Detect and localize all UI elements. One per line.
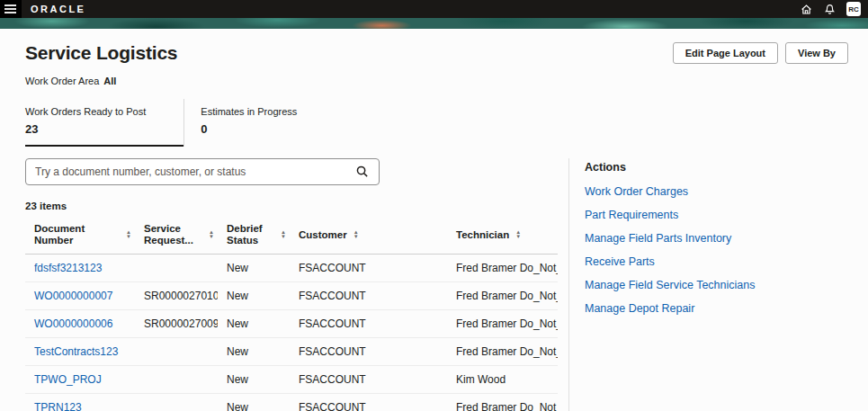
tab-value: 0 xyxy=(201,122,297,136)
column-header-technician[interactable]: Technician▲▼ xyxy=(447,223,558,246)
notifications-bell-icon[interactable] xyxy=(823,3,836,15)
cell-debrief_status: New xyxy=(218,317,290,330)
page-title: Service Logistics xyxy=(25,42,177,64)
action-link[interactable]: Manage Depot Repair xyxy=(585,302,755,315)
column-header-label: Service Request... xyxy=(144,223,202,246)
action-link[interactable]: Work Order Charges xyxy=(585,185,755,198)
cell-customer: FSACCOUNT xyxy=(290,290,447,302)
action-link[interactable]: Part Requirements xyxy=(585,209,755,221)
cell-customer: FSACCOUNT xyxy=(290,317,447,330)
hamburger-menu-icon[interactable] xyxy=(0,0,22,18)
filter-label: Work Order Area xyxy=(25,76,99,86)
cell-service_request: SR0000027010 xyxy=(135,290,218,302)
actions-list: Work Order ChargesPart RequirementsManag… xyxy=(585,185,755,326)
user-avatar[interactable]: RC xyxy=(846,2,861,16)
cell-document_number[interactable]: fdsfsf3213123 xyxy=(25,262,135,274)
cell-document_number[interactable]: WO0000000006 xyxy=(25,317,135,330)
cell-technician: Kim Wood xyxy=(447,373,558,386)
table-row: WO0000000007SR0000027010NewFSACCOUNTFred… xyxy=(25,282,558,310)
column-header-label: Customer xyxy=(299,229,347,241)
column-header-label: Document Number xyxy=(34,223,120,246)
sort-icon[interactable]: ▲▼ xyxy=(281,230,286,239)
actions-panel: Actions Work Order ChargesPart Requireme… xyxy=(569,158,755,411)
column-header-label: Debrief Status xyxy=(227,223,274,246)
cell-debrief_status: New xyxy=(218,290,290,302)
work-order-area-filter[interactable]: Work Order Area All xyxy=(25,76,116,86)
column-header-service_request[interactable]: Service Request...▲▼ xyxy=(135,223,218,246)
cell-technician: Fred Bramer Do_Not_Use xyxy=(447,401,558,411)
table-header-row: Document Number▲▼Service Request...▲▼Deb… xyxy=(25,219,558,255)
table-row: fdsfsf3213123NewFSACCOUNTFred Bramer Do_… xyxy=(25,255,558,282)
cell-customer: FSACCOUNT xyxy=(290,373,447,386)
cell-debrief_status: New xyxy=(218,262,290,274)
cell-technician: Fred Bramer Do_Not_Use xyxy=(447,262,558,274)
cell-technician: Fred Bramer Do_Not_Use xyxy=(447,345,558,358)
work-orders-table: Document Number▲▼Service Request...▲▼Deb… xyxy=(25,219,558,411)
search-box xyxy=(25,158,380,185)
tab-estimates-in-progress[interactable]: Estimates in Progress 0 xyxy=(183,99,315,147)
filter-value: All xyxy=(103,76,116,86)
table-row: TPRN123NewFSACCOUNTFred Bramer Do_Not_Us… xyxy=(25,394,558,411)
cell-document_number[interactable]: WO0000000007 xyxy=(25,290,135,302)
oracle-logo: ORACLE xyxy=(31,4,85,14)
table-body: fdsfsf3213123NewFSACCOUNTFred Bramer Do_… xyxy=(25,255,558,411)
cell-document_number[interactable]: TPWO_PROJ xyxy=(25,373,135,386)
sort-icon[interactable]: ▲▼ xyxy=(209,230,214,239)
cell-document_number[interactable]: TPRN123 xyxy=(25,401,135,411)
cell-debrief_status: New xyxy=(218,373,290,386)
table-row: TPWO_PROJNewFSACCOUNTKim Wood xyxy=(25,366,558,394)
cell-technician: Fred Bramer Do_Not_Use xyxy=(447,317,558,330)
tab-work-orders-ready-to-post[interactable]: Work Orders Ready to Post 23 xyxy=(25,99,183,147)
items-count: 23 items xyxy=(25,201,558,211)
column-header-customer[interactable]: Customer▲▼ xyxy=(290,223,447,246)
column-header-debrief_status[interactable]: Debrief Status▲▼ xyxy=(218,223,290,246)
redwood-decorative-banner xyxy=(0,18,868,29)
table-row: TestContracts123NewFSACCOUNTFred Bramer … xyxy=(25,338,558,366)
cell-technician: Fred Bramer Do_Not_Use xyxy=(447,290,558,302)
cell-debrief_status: New xyxy=(218,401,290,411)
cell-customer: FSACCOUNT xyxy=(290,401,447,411)
tab-label: Work Orders Ready to Post xyxy=(25,106,146,117)
action-link[interactable]: Receive Parts xyxy=(585,255,755,268)
cell-service_request: SR0000027009 xyxy=(135,317,218,330)
sort-icon[interactable]: ▲▼ xyxy=(126,230,131,239)
table-row: WO0000000006SR0000027009NewFSACCOUNTFred… xyxy=(25,310,558,338)
top-bar: ORACLE RC xyxy=(0,0,868,18)
action-link[interactable]: Manage Field Service Technicians xyxy=(585,279,755,291)
edit-page-layout-button[interactable]: Edit Page Layout xyxy=(673,42,778,64)
search-icon[interactable] xyxy=(355,165,370,179)
sort-icon[interactable]: ▲▼ xyxy=(515,230,521,239)
sort-icon[interactable]: ▲▼ xyxy=(353,230,359,239)
cell-debrief_status: New xyxy=(218,345,290,358)
tab-value: 23 xyxy=(25,122,146,136)
cell-customer: FSACCOUNT xyxy=(290,262,447,274)
column-header-document_number[interactable]: Document Number▲▼ xyxy=(25,223,135,246)
column-header-label: Technician xyxy=(456,229,509,241)
tab-label: Estimates in Progress xyxy=(201,106,297,117)
view-by-button[interactable]: View By xyxy=(785,42,848,64)
home-icon[interactable] xyxy=(800,3,812,15)
work-orders-panel: 23 items Document Number▲▼Service Reques… xyxy=(25,158,569,411)
actions-title: Actions xyxy=(585,161,755,174)
action-link[interactable]: Manage Field Parts Inventory xyxy=(585,232,755,245)
search-input[interactable] xyxy=(35,165,355,178)
cell-customer: FSACCOUNT xyxy=(290,345,447,358)
infolet-tabs: Work Orders Ready to Post 23 Estimates i… xyxy=(25,99,848,147)
cell-document_number[interactable]: TestContracts123 xyxy=(25,345,135,358)
